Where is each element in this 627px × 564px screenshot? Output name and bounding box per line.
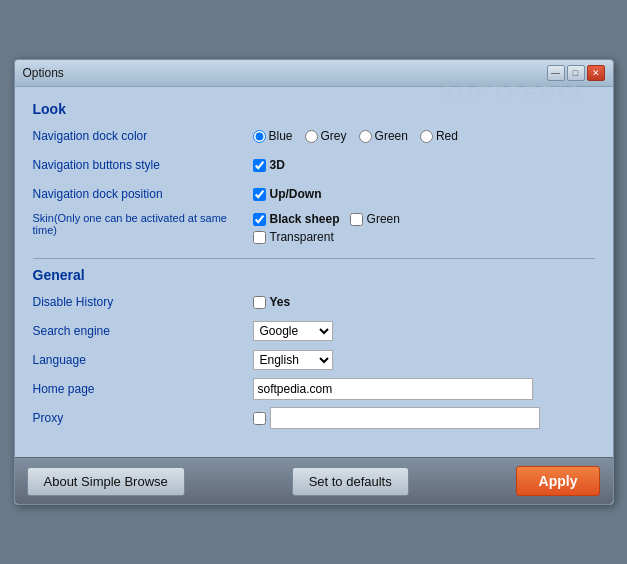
look-section: Look Navigation dock color Blue Grey Gre…: [33, 101, 595, 244]
skin-options: Black sheep Green Transparent: [253, 212, 400, 244]
skin-row-2: Transparent: [253, 230, 400, 244]
skin-blacksheep-checkbox[interactable]: [253, 213, 266, 226]
window-controls: SOFTPEDIA — □ ✕: [547, 65, 605, 81]
window-title: Options: [23, 66, 64, 80]
dock-position-label: Navigation dock position: [33, 187, 253, 201]
disable-history-checkbox[interactable]: [253, 296, 266, 309]
home-page-label: Home page: [33, 382, 253, 396]
skin-transparent-checkbox[interactable]: [253, 231, 266, 244]
maximize-button[interactable]: □: [567, 65, 585, 81]
language-select[interactable]: English French German Spanish: [253, 350, 333, 370]
dock-position-value: Up/Down: [270, 187, 322, 201]
color-green-option[interactable]: Green: [359, 129, 408, 143]
language-row: Language English French German Spanish: [33, 349, 595, 371]
skin-label: Skin(Only one can be activated at same t…: [33, 212, 253, 236]
general-section-title: General: [33, 267, 595, 283]
color-grey-radio[interactable]: [305, 130, 318, 143]
search-engine-label: Search engine: [33, 324, 253, 338]
proxy-input[interactable]: [270, 407, 540, 429]
proxy-controls: [253, 407, 540, 429]
skin-green-label: Green: [367, 212, 400, 226]
skin-blacksheep-label: Black sheep: [270, 212, 340, 226]
dock-position-check[interactable]: Up/Down: [253, 187, 322, 201]
dock-color-row: Navigation dock color Blue Grey Green: [33, 125, 595, 147]
disable-history-check[interactable]: Yes: [253, 295, 291, 309]
dock-position-row: Navigation dock position Up/Down: [33, 183, 595, 205]
skin-row: Skin(Only one can be activated at same t…: [33, 212, 595, 244]
proxy-label: Proxy: [33, 411, 253, 425]
disable-history-value: Yes: [270, 295, 291, 309]
color-red-option[interactable]: Red: [420, 129, 458, 143]
skin-blacksheep-option[interactable]: Black sheep: [253, 212, 340, 226]
buttons-style-row: Navigation buttons style 3D: [33, 154, 595, 176]
title-bar: Options SOFTPEDIA — □ ✕: [15, 60, 613, 87]
buttons-style-checkbox[interactable]: [253, 159, 266, 172]
color-grey-option[interactable]: Grey: [305, 129, 347, 143]
color-green-radio[interactable]: [359, 130, 372, 143]
home-page-input[interactable]: [253, 378, 533, 400]
dock-color-radio-group: Blue Grey Green Red: [253, 129, 458, 143]
home-page-row: Home page: [33, 378, 595, 400]
disable-history-label: Disable History: [33, 295, 253, 309]
search-engine-select[interactable]: Google Bing Yahoo: [253, 321, 333, 341]
look-section-title: Look: [33, 101, 595, 117]
skin-green-option[interactable]: Green: [350, 212, 400, 226]
proxy-checkbox[interactable]: [253, 412, 266, 425]
skin-transparent-option[interactable]: Transparent: [253, 230, 334, 244]
language-label: Language: [33, 353, 253, 367]
skin-row-1: Black sheep Green: [253, 212, 400, 226]
color-blue-option[interactable]: Blue: [253, 129, 293, 143]
section-divider: [33, 258, 595, 259]
color-blue-radio[interactable]: [253, 130, 266, 143]
skin-transparent-label: Transparent: [270, 230, 334, 244]
close-button[interactable]: ✕: [587, 65, 605, 81]
defaults-button[interactable]: Set to defaults: [292, 467, 409, 496]
dock-position-checkbox[interactable]: [253, 188, 266, 201]
footer: About Simple Browse Set to defaults Appl…: [15, 457, 613, 504]
apply-button[interactable]: Apply: [516, 466, 601, 496]
about-button[interactable]: About Simple Browse: [27, 467, 185, 496]
buttons-style-value: 3D: [270, 158, 285, 172]
dock-color-label: Navigation dock color: [33, 129, 253, 143]
content-area: Look Navigation dock color Blue Grey Gre…: [15, 87, 613, 457]
disable-history-row: Disable History Yes: [33, 291, 595, 313]
proxy-row: Proxy: [33, 407, 595, 429]
skin-green-checkbox[interactable]: [350, 213, 363, 226]
buttons-style-label: Navigation buttons style: [33, 158, 253, 172]
color-red-radio[interactable]: [420, 130, 433, 143]
buttons-style-check[interactable]: 3D: [253, 158, 285, 172]
general-section: General Disable History Yes Search engin…: [33, 267, 595, 429]
minimize-button[interactable]: —: [547, 65, 565, 81]
search-engine-row: Search engine Google Bing Yahoo: [33, 320, 595, 342]
